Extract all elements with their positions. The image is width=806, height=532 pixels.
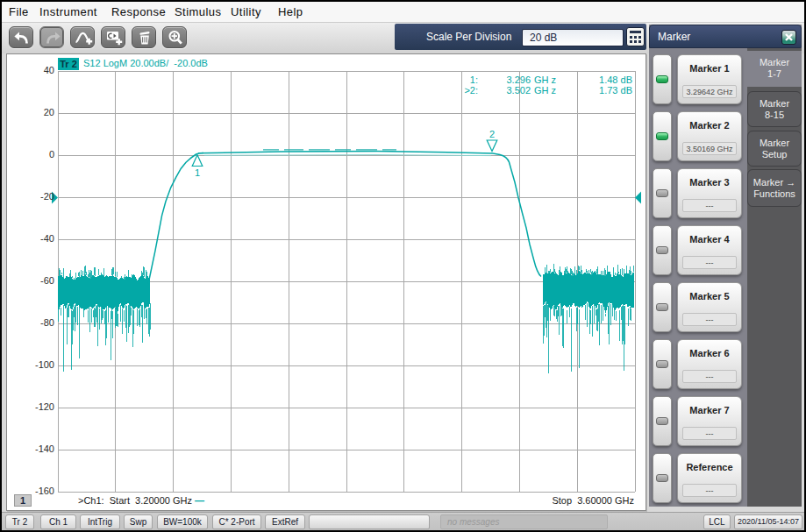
svg-text:2: 2 — [489, 129, 495, 139]
svg-text:1: 1 — [195, 167, 200, 178]
